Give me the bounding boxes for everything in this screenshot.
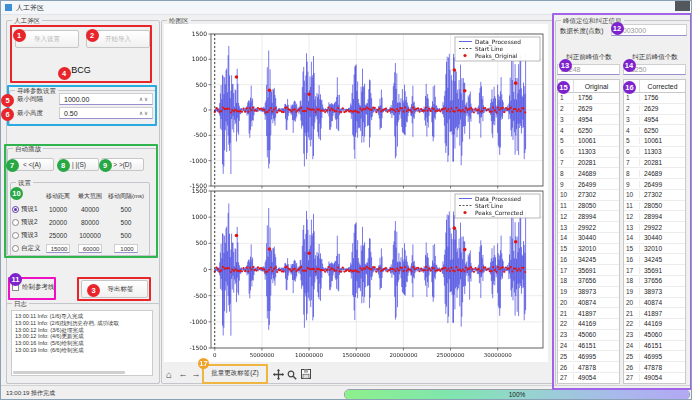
log-list[interactable]: 13:00:11 Info: (1/6)导入完成13:00:11 Info: (… — [11, 310, 153, 376]
min-height-spinbox[interactable]: 0.50 ∧∨ — [59, 107, 153, 119]
table-row[interactable]: 22629 — [558, 104, 619, 115]
table-row[interactable]: 1735691 — [624, 265, 685, 276]
table-row[interactable]: 611303 — [624, 147, 685, 158]
table-row-index: 13 — [624, 224, 640, 231]
table-row[interactable]: 1634245 — [624, 254, 685, 265]
signal-type-label: BCG — [10, 65, 152, 75]
table-row[interactable]: 1128050 — [624, 201, 685, 212]
table-row[interactable]: 1938973 — [558, 287, 619, 298]
table-row[interactable]: 34954 — [558, 115, 619, 126]
preset-radio[interactable] — [12, 219, 19, 226]
table-row[interactable]: 2647878 — [558, 362, 619, 373]
table-row[interactable]: 1938973 — [624, 287, 685, 298]
table-cell-value: 46151 — [640, 342, 685, 349]
table-row[interactable]: 22629 — [624, 104, 685, 115]
toolbar-save-icon[interactable] — [300, 367, 312, 381]
toolbar-forward-icon[interactable]: → — [190, 367, 202, 381]
preset-value-cell: 100000 — [73, 232, 107, 239]
table-row[interactable]: 46250 — [624, 125, 685, 136]
table-row[interactable]: 2749054 — [558, 373, 619, 384]
table-row[interactable]: 611303 — [558, 147, 619, 158]
log-scrollbar[interactable] — [13, 371, 125, 374]
table-row[interactable]: 11756 — [558, 93, 619, 104]
toolbar-zoom-icon[interactable] — [286, 368, 298, 381]
table-row[interactable]: 1735691 — [558, 265, 619, 276]
preset-value-cell: 60000 — [73, 244, 107, 253]
preset-custom-input[interactable]: 60000 — [78, 244, 102, 253]
min-interval-spinbox[interactable]: 1000.00 ∧∨ — [59, 93, 153, 105]
table-row[interactable]: 2546995 — [624, 351, 685, 362]
preset-row: 预设22000080000500 — [11, 216, 147, 229]
spinbox-updown-icon[interactable]: ∧∨ — [139, 110, 152, 116]
table-row-index: 13 — [558, 224, 574, 231]
preset-radio-cell: 自定义 — [11, 244, 43, 253]
table-row[interactable]: 824689 — [624, 168, 685, 179]
table-row[interactable]: 824689 — [558, 168, 619, 179]
table-row[interactable]: 2345060 — [558, 330, 619, 341]
table-row[interactable]: 2647878 — [624, 362, 685, 373]
table-row[interactable]: 2141897 — [624, 308, 685, 319]
table-row[interactable]: 1228994 — [558, 211, 619, 222]
table-row[interactable]: 2141897 — [558, 308, 619, 319]
table-row[interactable]: 720281 — [558, 158, 619, 169]
table-row[interactable]: 2446151 — [624, 341, 685, 352]
preset-radio[interactable] — [12, 245, 19, 252]
table-row[interactable]: 2446151 — [558, 341, 619, 352]
min-height-value: 0.50 — [60, 110, 139, 117]
original-peaks-table[interactable]: Original11756226293495446250510061611303… — [557, 79, 620, 384]
table-row[interactable]: 1329922 — [624, 222, 685, 233]
draw-refline-label: 绘制参考线 — [22, 283, 55, 292]
table-row[interactable]: 2345060 — [624, 330, 685, 341]
table-row[interactable]: 926499 — [624, 179, 685, 190]
table-row[interactable]: 1837656 — [558, 276, 619, 287]
table-row-index: 2 — [624, 105, 640, 112]
table-row[interactable]: 2244169 — [624, 319, 685, 330]
toolbar-pan-icon[interactable] — [272, 368, 284, 381]
table-row-index: 4 — [624, 127, 640, 134]
table-row[interactable]: 46250 — [558, 125, 619, 136]
window-control-icon[interactable] — [675, 1, 690, 11]
table-row[interactable]: 1228994 — [624, 211, 685, 222]
table-row[interactable]: 2749054 — [624, 373, 685, 384]
preset-radio[interactable] — [12, 232, 19, 239]
preset-radio[interactable] — [12, 206, 19, 213]
log-line: 13:00:11 Info: (2/6)找到历史存档, 成功读取 — [15, 320, 152, 327]
table-row[interactable]: 1634245 — [558, 254, 619, 265]
toolbar-back-icon[interactable]: ← — [177, 367, 189, 381]
table-row[interactable]: 2546995 — [558, 351, 619, 362]
spinbox-updown-icon[interactable]: ∧∨ — [139, 96, 152, 102]
table-row-index: 2 — [558, 105, 574, 112]
table-row[interactable]: 1532010 — [624, 244, 685, 255]
table-row[interactable]: 720281 — [624, 158, 685, 169]
log-line: 13:00:12 Info: (3/6)处理完成 — [15, 327, 152, 334]
table-cell-value: 24689 — [574, 170, 619, 177]
corrected-peaks-table[interactable]: Corrected1175622629349544625051006161130… — [623, 79, 686, 384]
table-row[interactable]: 510061 — [624, 136, 685, 147]
preset-custom-input[interactable]: 15000 — [46, 244, 70, 253]
table-row[interactable]: 34954 — [624, 115, 685, 126]
preset-custom-input[interactable]: 1000 — [114, 244, 138, 253]
table-row[interactable]: 1430440 — [624, 233, 685, 244]
table-row[interactable]: 2040874 — [558, 298, 619, 309]
table-row[interactable]: 2040874 — [624, 298, 685, 309]
table-row[interactable]: 926499 — [558, 179, 619, 190]
preset-radio-cell: 预设2 — [11, 218, 43, 227]
table-cell-value: 38973 — [574, 288, 619, 295]
table-row[interactable]: 2244169 — [558, 319, 619, 330]
log-line: 13:00:11 Info: (1/6)导入完成 — [15, 313, 152, 320]
table-row[interactable]: 1027302 — [558, 190, 619, 201]
table-row[interactable]: 1430440 — [558, 233, 619, 244]
table-row[interactable]: 510061 — [558, 136, 619, 147]
batch-change-label-button[interactable]: 批量更改标签(Z) — [202, 369, 268, 378]
table-row[interactable]: 1329922 — [558, 222, 619, 233]
table-row[interactable]: 1128050 — [558, 201, 619, 212]
table-row[interactable]: 1532010 — [558, 244, 619, 255]
signal-figure[interactable] — [164, 24, 548, 362]
table-row[interactable]: 11756 — [624, 93, 685, 104]
table-row[interactable]: 1027302 — [624, 190, 685, 201]
annotation-circle-10: 10 — [10, 187, 23, 200]
table-row[interactable]: 1837656 — [624, 276, 685, 287]
table-cell-value: 20281 — [574, 159, 619, 166]
min-interval-label: 最小间隔 — [17, 95, 43, 104]
toolbar-home-icon[interactable]: ⌂ — [163, 367, 175, 381]
